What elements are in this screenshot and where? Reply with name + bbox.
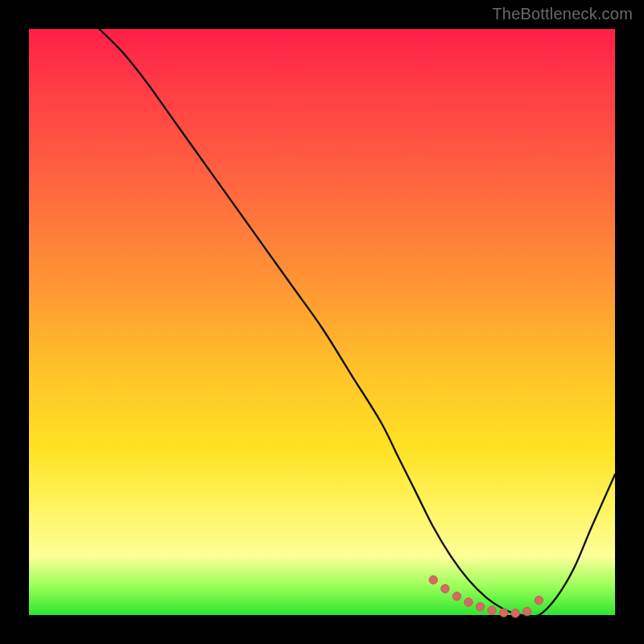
trough-marker [523, 607, 531, 615]
chart-frame: TheBottleneck.com [0, 0, 644, 644]
plot-area [29, 29, 615, 615]
trough-marker [441, 584, 449, 592]
trough-marker [511, 609, 519, 617]
trough-marker [535, 597, 543, 605]
trough-marker [488, 606, 496, 614]
trough-marker [499, 609, 507, 617]
bottleneck-curve [99, 29, 615, 617]
watermark-text: TheBottleneck.com [492, 5, 633, 23]
curve-layer [29, 29, 615, 615]
trough-marker [476, 603, 484, 611]
trough-marker [464, 598, 473, 606]
trough-marker [452, 592, 460, 601]
trough-marker [429, 576, 437, 584]
